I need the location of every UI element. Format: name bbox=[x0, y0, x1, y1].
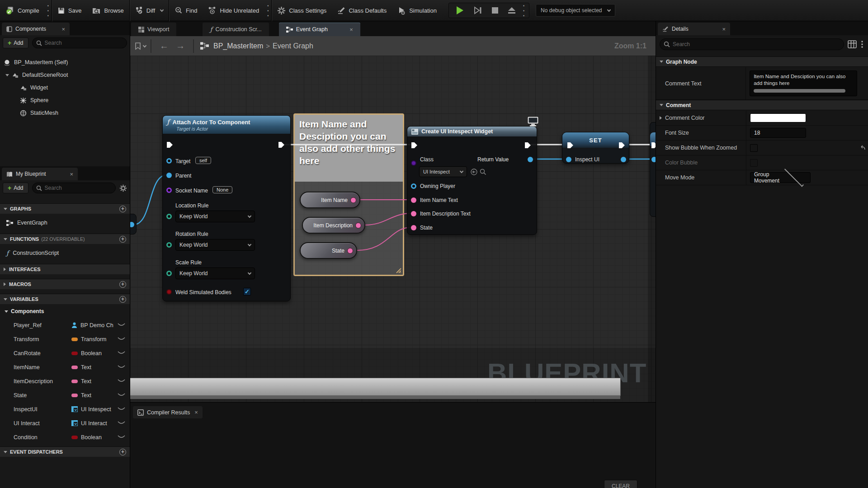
scale-rule-pin[interactable] bbox=[166, 271, 172, 276]
graph-canvas[interactable]: BLUEPRINT Item Name and Desciption you c… bbox=[130, 56, 656, 402]
class-defaults-button[interactable]: Class Defaults bbox=[332, 0, 392, 21]
browse-asset-icon[interactable] bbox=[480, 169, 486, 175]
move-mode-dropdown[interactable]: Group Movement bbox=[750, 172, 811, 183]
add-graph-icon[interactable] bbox=[119, 206, 126, 212]
play-button[interactable] bbox=[451, 3, 469, 18]
closed-eye-icon[interactable] bbox=[118, 351, 125, 355]
closed-eye-icon[interactable] bbox=[118, 379, 125, 383]
tab-compiler-results[interactable]: Compiler Results bbox=[133, 406, 203, 418]
section-graphs[interactable]: GRAPHS bbox=[0, 203, 130, 214]
forward-arrow-icon[interactable]: → bbox=[172, 41, 189, 51]
hide-unrelated-button[interactable]: Hide Unrelated bbox=[203, 0, 264, 21]
node-header[interactable]: Create UI Intespect Widget bbox=[407, 127, 537, 136]
debug-object-dropdown[interactable]: No debug object selected bbox=[536, 4, 615, 17]
use-selected-icon[interactable] bbox=[471, 169, 477, 175]
variable-row-state[interactable]: State Text bbox=[0, 388, 130, 402]
row-constructionscript[interactable]: ƒ ConstructionScript bbox=[0, 247, 130, 259]
variable-row-inspectui[interactable]: InspectUI UI Intespect bbox=[0, 402, 130, 416]
tab-construction-script[interactable]: ƒ Construction Scr... bbox=[203, 23, 269, 36]
inspect-ui-in-pin[interactable] bbox=[566, 157, 571, 162]
getter-output-pin[interactable] bbox=[347, 248, 353, 253]
tree-item-self[interactable]: BP_MasterItem (Self) bbox=[0, 56, 130, 69]
compile-options-dots[interactable] bbox=[45, 3, 52, 18]
variable-row-transform[interactable]: Transform Transform bbox=[0, 332, 130, 346]
close-icon[interactable] bbox=[722, 26, 726, 33]
section-event-dispatchers[interactable]: EVENT DISPATCHERS bbox=[0, 446, 130, 457]
add-blueprint-item-button[interactable]: Add bbox=[3, 183, 28, 193]
add-function-icon[interactable] bbox=[119, 236, 126, 243]
variable-row-uiinteract[interactable]: UI Interact UI Interact bbox=[0, 416, 130, 430]
stop-button[interactable] bbox=[487, 3, 503, 18]
add-variable-icon[interactable] bbox=[119, 296, 126, 303]
myblueprint-search-input[interactable] bbox=[45, 185, 112, 191]
tab-details[interactable]: Details bbox=[658, 23, 730, 35]
tree-item-widget[interactable]: Widget bbox=[0, 81, 130, 94]
exec-in-pin[interactable] bbox=[567, 142, 574, 149]
compile-button[interactable]: Compile bbox=[0, 0, 45, 21]
breadcrumb-current[interactable]: Event Graph bbox=[273, 42, 313, 50]
variable-category[interactable]: Components bbox=[0, 306, 130, 317]
comment-text-scrollbar[interactable] bbox=[754, 89, 845, 93]
rotation-rule-dropdown[interactable]: Keep World bbox=[175, 239, 255, 251]
close-icon[interactable] bbox=[349, 26, 353, 33]
comment-resize-handle[interactable] bbox=[396, 267, 402, 274]
class-dropdown[interactable]: UI Intespect bbox=[419, 166, 467, 177]
expander-icon[interactable] bbox=[5, 74, 9, 76]
show-bubble-checkbox[interactable] bbox=[750, 144, 758, 152]
variable-row-condition[interactable]: Condition Boolean bbox=[0, 430, 130, 444]
diff-button[interactable]: Diff bbox=[130, 0, 169, 21]
find-button[interactable]: Find bbox=[169, 0, 203, 21]
expander-icon[interactable] bbox=[660, 116, 662, 120]
add-macro-icon[interactable] bbox=[119, 281, 126, 288]
parent-pin[interactable] bbox=[166, 173, 172, 178]
class-pin[interactable] bbox=[411, 160, 416, 166]
close-icon[interactable] bbox=[194, 409, 198, 416]
owning-player-pin[interactable] bbox=[411, 183, 416, 189]
widget-preview-monitor-icon[interactable] bbox=[527, 116, 539, 127]
add-component-button[interactable]: Add bbox=[3, 38, 28, 48]
play-options-dots[interactable] bbox=[520, 3, 527, 18]
horizontal-scrollbar[interactable] bbox=[130, 378, 621, 396]
node-attach-actor-to-component[interactable]: ƒ Attach Actor To Component Target is Ac… bbox=[162, 115, 291, 301]
font-size-input[interactable] bbox=[750, 128, 806, 138]
location-rule-dropdown[interactable]: Keep World bbox=[175, 211, 255, 222]
section-interfaces[interactable]: INTERFACES bbox=[0, 264, 130, 274]
comment-header[interactable]: Item Name and Desciption you can also ad… bbox=[295, 115, 403, 182]
myblueprint-search[interactable] bbox=[32, 183, 116, 193]
getter-output-pin[interactable] bbox=[355, 222, 361, 228]
bookmark-icon[interactable] bbox=[135, 42, 141, 50]
closed-eye-icon[interactable] bbox=[118, 407, 125, 411]
section-variables[interactable]: VARIABLES bbox=[0, 294, 130, 304]
item-name-text-pin[interactable] bbox=[411, 197, 416, 203]
getter-output-pin[interactable] bbox=[350, 197, 356, 203]
state-pin[interactable] bbox=[411, 225, 416, 230]
node-set-inspect-ui[interactable]: SET Inspect UI bbox=[562, 132, 629, 164]
section-functions[interactable]: FUNCTIONS (22 OVERRIDABLE) bbox=[0, 234, 130, 244]
getter-state[interactable]: State bbox=[300, 242, 357, 259]
exec-out-pin[interactable] bbox=[524, 142, 531, 149]
back-arrow-icon[interactable]: ← bbox=[156, 41, 172, 51]
node-header[interactable]: ƒ Attach Actor To Component Target is Ac… bbox=[163, 116, 290, 134]
tab-my-blueprint[interactable]: My Blueprint bbox=[2, 168, 78, 180]
input-pin[interactable] bbox=[651, 157, 656, 162]
variable-row-itemname[interactable]: ItemName Text bbox=[0, 360, 130, 374]
close-icon[interactable] bbox=[61, 26, 65, 33]
tree-item-sphere[interactable]: Sphere bbox=[0, 94, 130, 107]
offscreen-node-right[interactable] bbox=[650, 122, 656, 217]
section-comment[interactable]: Comment bbox=[656, 100, 868, 110]
color-bubble-checkbox[interactable] bbox=[750, 159, 758, 167]
closed-eye-icon[interactable] bbox=[118, 393, 125, 397]
row-eventgraph[interactable]: EventGraph bbox=[0, 216, 130, 229]
scale-rule-dropdown[interactable]: Keep World bbox=[175, 267, 255, 279]
class-settings-button[interactable]: Class Settings bbox=[272, 0, 332, 21]
return-value-pin[interactable] bbox=[528, 157, 533, 162]
blueprint-settings-gear-icon[interactable] bbox=[119, 184, 127, 192]
details-search-input[interactable] bbox=[673, 41, 840, 47]
closed-eye-icon[interactable] bbox=[118, 323, 125, 327]
exec-in-pin[interactable] bbox=[651, 142, 656, 149]
close-icon[interactable] bbox=[70, 171, 73, 178]
variable-row-player-ref[interactable]: Player_Ref BP Demo Ch bbox=[0, 318, 130, 332]
chevron-down-icon[interactable] bbox=[143, 43, 146, 47]
location-rule-pin[interactable] bbox=[166, 214, 172, 219]
exec-out-pin[interactable] bbox=[618, 142, 625, 149]
